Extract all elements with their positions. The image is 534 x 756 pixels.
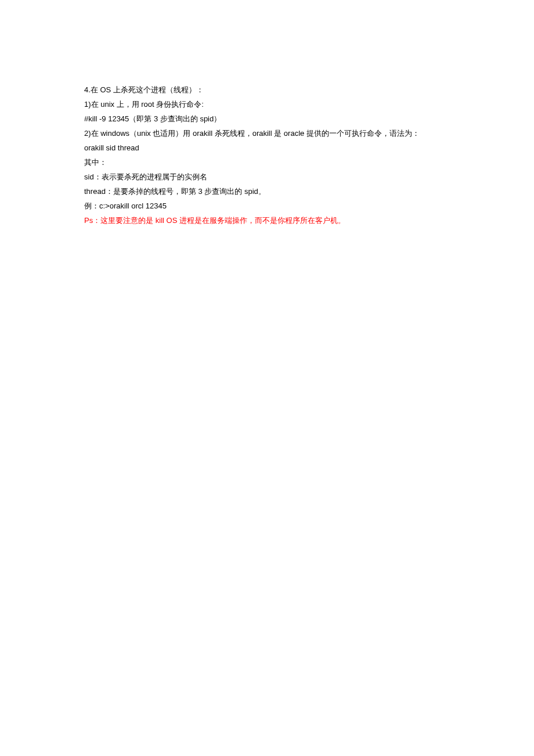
text-line: orakill sid thread [84,141,534,155]
text-line: #kill -9 12345（即第 3 步查询出的 spid） [84,111,534,126]
text-line-emphasis: Ps：这里要注意的是 kill OS 进程是在服务端操作，而不是你程序所在客户机… [84,213,534,228]
text-line: 其中： [84,155,534,170]
text-line: 4.在 OS 上杀死这个进程（线程）： [84,82,534,97]
document-page: 4.在 OS 上杀死这个进程（线程）： 1)在 unix 上，用 root 身份… [0,0,534,228]
text-line: sid：表示要杀死的进程属于的实例名 [84,170,534,184]
text-line: 1)在 unix 上，用 root 身份执行命令: [84,97,534,111]
text-line: 2)在 windows（unix 也适用）用 orakill 杀死线程，orak… [84,126,534,141]
text-line: thread：是要杀掉的线程号，即第 3 步查询出的 spid。 [84,184,534,199]
text-line: 例：c:>orakill orcl 12345 [84,199,534,213]
